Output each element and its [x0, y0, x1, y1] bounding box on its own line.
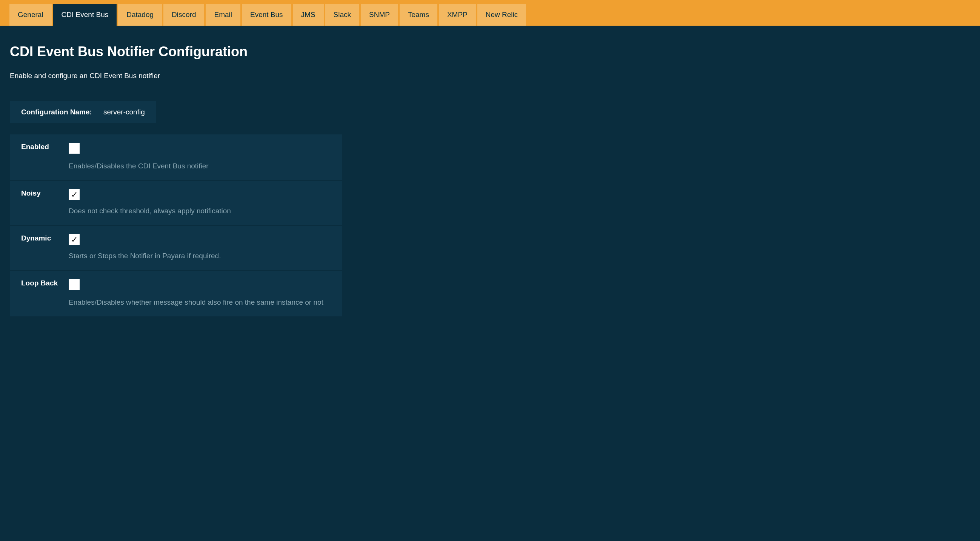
checkbox-loopback[interactable]	[69, 279, 80, 290]
setting-description-dynamic: Starts or Stops the Notifier in Payara i…	[69, 252, 331, 260]
tab-event-bus[interactable]: Event Bus	[242, 4, 291, 26]
checkbox-enabled[interactable]	[69, 143, 80, 154]
tab-snmp[interactable]: SNMP	[361, 4, 398, 26]
setting-label-noisy: Noisy	[21, 189, 69, 198]
setting-row-dynamic: DynamicStarts or Stops the Notifier in P…	[10, 226, 342, 271]
setting-label-enabled: Enabled	[21, 143, 69, 151]
tab-xmpp[interactable]: XMPP	[439, 4, 476, 26]
setting-description-enabled: Enables/Disables the CDI Event Bus notif…	[69, 162, 331, 170]
tab-slack[interactable]: Slack	[325, 4, 359, 26]
tab-teams[interactable]: Teams	[399, 4, 438, 26]
checkbox-dynamic[interactable]	[69, 234, 80, 245]
content-area: CDI Event Bus Notifier Configuration Ena…	[0, 26, 980, 335]
tab-bar: GeneralCDI Event BusDatadogDiscordEmailE…	[0, 0, 980, 26]
setting-row-loopback: Loop BackEnables/Disables whether messag…	[10, 271, 342, 317]
setting-label-loopback: Loop Back	[21, 279, 69, 287]
setting-description-noisy: Does not check threshold, always apply n…	[69, 207, 331, 215]
setting-description-loopback: Enables/Disables whether message should …	[69, 298, 331, 306]
config-name-row: Configuration Name: server-config	[10, 101, 156, 123]
tab-jms[interactable]: JMS	[293, 4, 324, 26]
setting-label-dynamic: Dynamic	[21, 234, 69, 243]
config-name-value: server-config	[103, 108, 145, 116]
setting-row-noisy: NoisyDoes not check threshold, always ap…	[10, 181, 342, 226]
config-name-label: Configuration Name:	[21, 108, 92, 116]
tab-general[interactable]: General	[10, 4, 52, 26]
setting-row-enabled: EnabledEnables/Disables the CDI Event Bu…	[10, 134, 342, 181]
tab-datadog[interactable]: Datadog	[118, 4, 162, 26]
tab-cdi-event-bus[interactable]: CDI Event Bus	[53, 4, 117, 26]
page-title: CDI Event Bus Notifier Configuration	[10, 44, 970, 60]
tab-email[interactable]: Email	[206, 4, 240, 26]
tab-discord[interactable]: Discord	[163, 4, 204, 26]
page-subtitle: Enable and configure an CDI Event Bus no…	[10, 72, 970, 80]
tab-new-relic[interactable]: New Relic	[477, 4, 527, 26]
checkbox-noisy[interactable]	[69, 189, 80, 200]
settings-panel: EnabledEnables/Disables the CDI Event Bu…	[10, 134, 342, 317]
